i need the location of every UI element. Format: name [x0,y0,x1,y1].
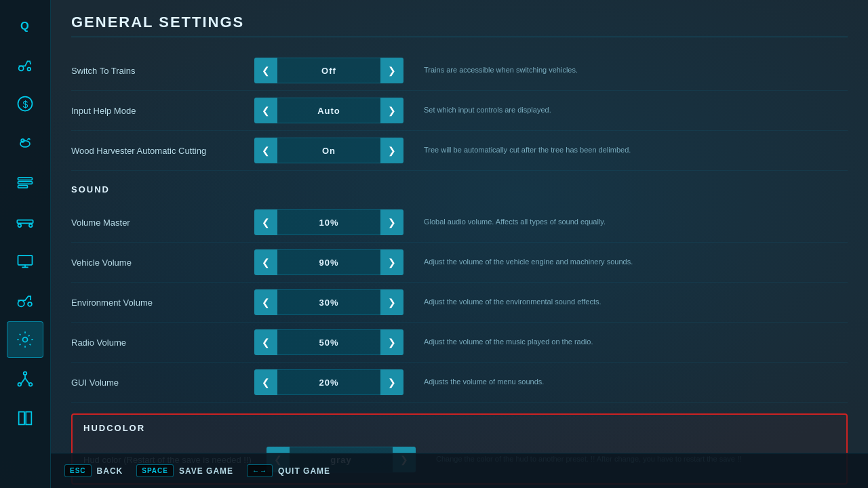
sidebar-item-network[interactable] [7,361,43,397]
btn-prev-wood-harvester[interactable]: ❮ [254,138,277,163]
label-switch-to-trains: Switch To Trains [71,66,254,76]
btn-prev-input-help-mode[interactable]: ❮ [254,98,277,123]
control-vehicle-volume: ❮ 90% ❯ [254,249,403,275]
desc-gui-volume: Adjusts the volume of menu sounds. [424,377,848,387]
general-settings-section: Switch To Trains ❮ Off ❯ Trains are acce… [71,51,848,171]
value-radio-volume: 50% [277,329,380,355]
svg-point-16 [23,338,28,342]
value-gui-volume: 20% [277,369,380,395]
sidebar-item-finance[interactable]: $ [7,85,43,122]
back-label: BACK [97,466,123,476]
sidebar-item-book[interactable] [7,400,43,436]
value-vehicle-volume: 90% [277,249,380,275]
label-volume-master: Volume Master [71,218,254,228]
control-environment-volume: ❮ 30% ❯ [254,289,403,315]
value-volume-master: 10% [277,209,380,235]
section-header-hudcolor: HUDCOLOR [83,423,835,433]
desc-switch-to-trains: Trains are accessible when switching veh… [424,65,848,75]
sidebar-item-log[interactable] [7,164,43,201]
svg-rect-10 [17,220,33,224]
sidebar-item-monitor[interactable] [7,243,43,279]
svg-point-17 [24,372,27,375]
btn-next-switch-to-trains[interactable]: ❯ [380,58,403,83]
sidebar-item-tractor2[interactable] [7,282,43,319]
svg-text:$: $ [23,99,28,110]
main-content: GENERAL SETTINGS Switch To Trains ❮ Off … [51,0,868,488]
setting-row-vehicle-volume: Vehicle Volume ❮ 90% ❯ Adjust the volume… [71,243,848,283]
label-gui-volume: GUI Volume [71,378,254,388]
back-key-badge: ESC [64,464,92,477]
sidebar-item-settings[interactable] [7,321,43,358]
svg-point-14 [18,300,24,306]
btn-prev-radio-volume[interactable]: ❮ [254,329,277,355]
svg-point-15 [28,302,32,306]
btn-next-environment-volume[interactable]: ❯ [380,289,403,315]
btn-next-radio-volume[interactable]: ❯ [380,329,403,355]
quit-label: QUIT GAME [278,466,330,476]
setting-row-radio-volume: Radio Volume ❮ 50% ❯ Adjust the volume o… [71,323,848,363]
control-volume-master: ❮ 10% ❯ [254,209,403,235]
quit-game-button[interactable]: ←→ QUIT GAME [247,464,330,477]
value-input-help-mode: Auto [277,98,380,123]
value-environment-volume: 30% [277,289,380,315]
save-label: SAVE GAME [179,466,233,476]
btn-next-vehicle-volume[interactable]: ❯ [380,249,403,275]
label-environment-volume: Environment Volume [71,298,254,308]
sidebar-item-conveyor[interactable] [7,203,43,240]
value-switch-to-trains: Off [277,58,380,83]
btn-next-input-help-mode[interactable]: ❯ [380,98,403,123]
section-header-sound: SOUND [71,184,848,195]
btn-next-volume-master[interactable]: ❯ [380,209,403,235]
svg-point-11 [18,224,22,228]
setting-row-switch-to-trains: Switch To Trains ❮ Off ❯ Trains are acce… [71,51,848,91]
desc-environment-volume: Adjust the volume of the environmental s… [424,297,848,307]
sidebar-item-animal[interactable] [7,125,43,161]
control-switch-to-trains: ❮ Off ❯ [254,58,403,83]
btn-next-gui-volume[interactable]: ❯ [380,369,403,395]
setting-row-environment-volume: Environment Volume ❮ 30% ❯ Adjust the vo… [71,283,848,323]
desc-volume-master: Global audio volume. Affects all types o… [424,217,848,227]
control-input-help-mode: ❮ Auto ❯ [254,98,403,123]
svg-rect-7 [18,178,33,180]
control-gui-volume: ❮ 20% ❯ [254,369,403,395]
desc-input-help-mode: Set which input controls are displayed. [424,105,848,115]
setting-row-volume-master: Volume Master ❮ 10% ❯ Global audio volum… [71,203,848,243]
label-vehicle-volume: Vehicle Volume [71,258,254,268]
label-input-help-mode: Input Help Mode [71,106,254,116]
btn-next-wood-harvester[interactable]: ❯ [380,138,403,163]
svg-point-1 [19,66,24,70]
svg-text:Q: Q [20,20,29,32]
save-key-badge: SPACE [136,464,174,477]
setting-row-wood-harvester: Wood Harvester Automatic Cutting ❮ On ❯ … [71,131,848,171]
btn-prev-gui-volume[interactable]: ❮ [254,369,277,395]
label-wood-harvester: Wood Harvester Automatic Cutting [71,146,254,156]
svg-point-19 [29,383,33,386]
back-button[interactable]: ESC BACK [64,464,123,477]
btn-prev-environment-volume[interactable]: ❮ [254,289,277,315]
sound-section: SOUND Volume Master ❮ 10% ❯ Global audio… [71,184,848,403]
svg-rect-9 [18,186,28,188]
page-title: GENERAL SETTINGS [71,14,848,37]
btn-prev-volume-master[interactable]: ❮ [254,209,277,235]
control-wood-harvester: ❮ On ❯ [254,138,403,163]
btn-prev-vehicle-volume[interactable]: ❮ [254,249,277,275]
svg-rect-13 [18,256,33,265]
label-radio-volume: Radio Volume [71,338,254,348]
svg-point-12 [29,224,33,228]
desc-wood-harvester: Tree will be automatically cut after the… [424,145,848,155]
setting-row-gui-volume: GUI Volume ❮ 20% ❯ Adjusts the volume of… [71,363,848,403]
control-radio-volume: ❮ 50% ❯ [254,329,403,355]
desc-radio-volume: Adjust the volume of the music played on… [424,337,848,347]
svg-rect-8 [18,182,33,184]
quit-key-badge: ←→ [247,464,273,477]
save-game-button[interactable]: SPACE SAVE GAME [136,464,233,477]
setting-row-input-help-mode: Input Help Mode ❮ Auto ❯ Set which input… [71,91,848,131]
btn-prev-switch-to-trains[interactable]: ❮ [254,58,277,83]
sidebar-item-q[interactable]: Q [7,7,43,43]
desc-vehicle-volume: Adjust the volume of the vehicle engine … [424,257,848,267]
svg-point-18 [18,383,22,386]
svg-point-2 [28,68,31,71]
sidebar-item-tractor[interactable] [7,46,43,83]
sidebar: Q $ [0,0,51,488]
value-wood-harvester: On [277,138,380,163]
